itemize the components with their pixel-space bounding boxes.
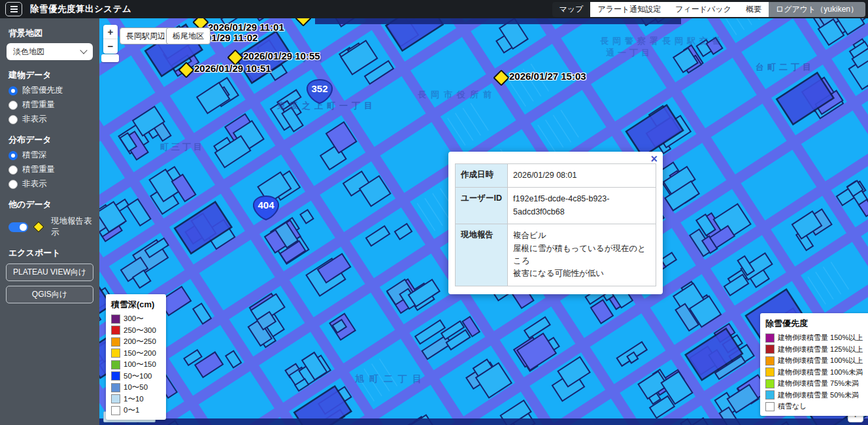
legend-item: 建物倒壊積雪量 75%未満 [765,379,868,388]
legend-item: 0〜1 [111,405,161,415]
hamburger-icon [10,6,18,7]
table-row: 現地報告 複合ビル 屋根に雪が積もっているが現在のところ 被害になる可能性が低い [456,224,656,286]
background-map-heading: 背景地図 [8,27,99,39]
map-canvas[interactable]: 坂之上町一丁目 東坂之上町一丁目 長岡市役所前 長岡警察署長岡駅交番 通一丁目 … [99,18,868,425]
legend-item: 300〜 [111,314,161,324]
color-swatch [765,402,775,411]
background-map-select[interactable]: 淡色地図 [7,43,93,60]
legend-item: 1〜10 [111,394,161,404]
radio-building-priority[interactable]: 除雪優先度 [8,85,99,96]
color-swatch [111,360,120,369]
map-control-pill[interactable] [101,54,119,62]
background-map-selected: 淡色地図 [13,46,44,58]
nav-tab-feedback[interactable]: フィードバック [668,2,739,17]
table-row: 作成日時 2026/01/29 08:01 [456,164,656,188]
legend-priority: 除雪優先度 建物倒壊積雪量 150%以上 建物倒壊積雪量 125%以上 建物倒壊… [760,313,868,416]
color-swatch [111,383,120,392]
export-heading: エクスポート [8,247,99,259]
color-swatch [111,394,120,403]
color-swatch [765,333,775,343]
color-swatch [765,390,775,400]
legend-item: 100〜150 [111,360,161,369]
report-marker-label[interactable]: 2026/01/27 15:03 [509,71,586,82]
hamburger-menu-button[interactable] [5,2,22,16]
color-swatch [765,367,775,377]
color-swatch [765,379,775,388]
legend-item: 建物倒壊積雪量 100%未満 [765,367,868,377]
radio-icon [8,101,18,110]
radio-icon [8,86,18,95]
radio-dist-snow-weight[interactable]: 積雪重量 [8,164,99,175]
radio-icon [8,165,18,175]
route-shield-352: 352 [305,78,334,105]
report-diamond-icon [33,222,44,233]
radio-dist-snow-depth[interactable]: 積雪深 [8,150,99,161]
report-popup-table: 作成日時 2026/01/29 08:01 ユーザーID f192e1f5-dc… [455,163,656,286]
distribution-data-heading: 分布データ [8,134,99,146]
legend-item: 50〜100 [111,371,161,381]
field-report-toggle-row: 現地報告表示 [8,216,99,238]
building-data-heading: 建物データ [8,69,99,81]
logout-button[interactable]: ログアウト（yukiken） [769,2,865,17]
header-nav: マップ アラート通知設定 フィードバック 概要 ログアウト（yukiken） [552,2,865,17]
report-marker-label[interactable]: 2026/01/29 10:51 [194,63,271,74]
color-swatch [111,348,120,358]
nav-tab-alert-settings[interactable]: アラート通知設定 [590,2,668,17]
report-marker-label[interactable]: /01/29 11:02 [203,32,258,43]
field-report-label: 現地報告表示 [51,216,99,238]
color-swatch [111,314,120,324]
radio-building-snow-weight[interactable]: 積雪重量 [8,99,99,110]
area-button-nagaoka-station[interactable]: 長岡駅周辺 [120,27,172,44]
radio-icon [8,151,18,160]
chevron-down-icon [80,46,87,54]
field-report-toggle[interactable] [8,222,28,232]
legend-item: 250〜300 [111,326,161,335]
color-swatch [111,337,120,347]
report-marker-label[interactable]: 2026/01/29 11:01 [208,22,284,33]
radio-building-hidden[interactable]: 非表示 [8,114,99,125]
legend-item: 建物倒壊積雪量 125%以上 [765,345,868,354]
legend-item: 200〜250 [111,337,161,347]
nav-tab-map[interactable]: マップ [552,2,591,17]
zoom-out-button[interactable]: − [103,39,118,54]
table-row: ユーザーID f192e1f5-dcde-4c85-b923-5adcd3f0c… [456,188,656,224]
sidebar: 背景地図 淡色地図 建物データ 除雪優先度 積雪重量 非表示 分布データ 積雪深… [0,18,99,425]
legend-item: 150〜200 [111,348,161,358]
other-data-heading: 他のデータ [8,199,99,211]
report-marker-label[interactable]: 2026/01/29 10:55 [243,50,320,61]
radio-dist-hidden[interactable]: 非表示 [8,178,99,190]
area-button-tochio[interactable]: 栃尾地区 [166,27,210,44]
app-header: 除雪優先度算出システム マップ アラート通知設定 フィードバック 概要 ログアウ… [0,0,868,18]
legend-snow-depth: 積雪深(cm) 300〜 250〜300 200〜250 150〜200 100… [106,294,166,420]
nav-tab-overview[interactable]: 概要 [739,2,769,17]
legend-item: 建物倒壊積雪量 100%以上 [765,356,868,366]
report-popup: × 作成日時 2026/01/29 08:01 ユーザーID f192e1f5-… [448,152,663,294]
close-icon[interactable]: × [650,153,658,165]
zoom-control: + − [103,25,118,54]
color-swatch [765,345,775,354]
radio-icon [8,180,18,189]
color-swatch [111,371,120,381]
color-swatch [111,406,120,415]
legend-item: 積雪なし [765,401,868,411]
app-title: 除雪優先度算出システム [30,3,131,15]
legend-item: 建物倒壊積雪量 50%未満 [765,390,868,400]
export-plateau-button[interactable]: PLATEAU VIEW向け [6,264,93,281]
legend-item: 建物倒壊積雪量 150%以上 [765,333,868,343]
export-qgis-button[interactable]: QGIS向け [6,286,93,303]
color-swatch [111,326,120,335]
legend-item: 10〜50 [111,382,161,392]
route-shield-404: 404 [252,195,280,221]
color-swatch [765,356,775,366]
zoom-in-button[interactable]: + [103,25,118,39]
radio-icon [8,115,18,124]
